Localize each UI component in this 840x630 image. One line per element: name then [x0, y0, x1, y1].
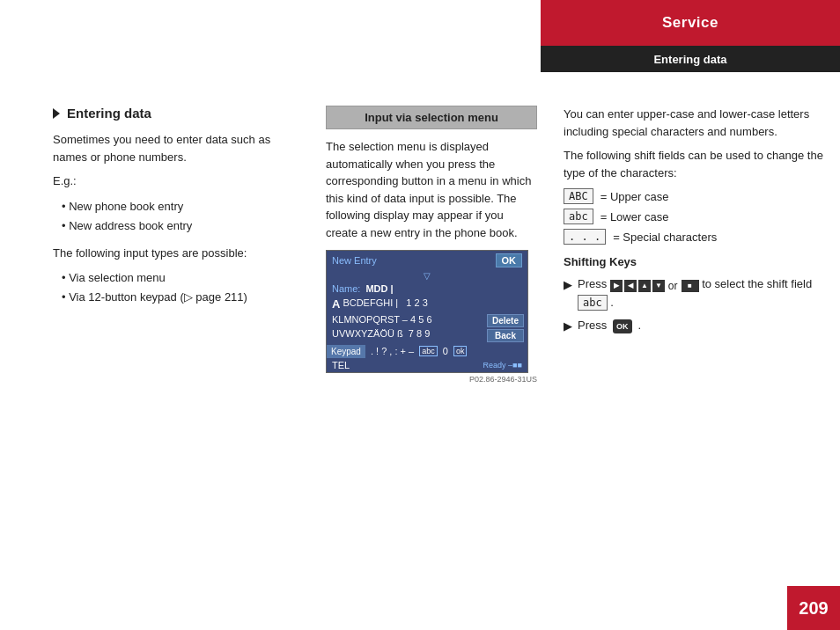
list-item: New phone book entry — [62, 197, 299, 216]
page-number-badge: 209 — [787, 586, 840, 630]
intro-text: Sometimes you need to enter data such as… — [53, 131, 299, 165]
section-title: Entering data — [53, 106, 299, 121]
special-box: . . . — [564, 229, 606, 245]
or-text: or — [668, 278, 678, 294]
keypad-row: Keypad . ! ? , : + – abc 0 ok — [327, 344, 527, 358]
input-type-list: Via selection menu Via 12-button keypad … — [53, 268, 299, 307]
keypad-section: KLMNOPQRST – 4 5 6 UVWXYZÄÖÜ ß 7 8 9 Del… — [327, 312, 527, 344]
chars-row-1: ABCDEFGHI | 1 2 3 — [327, 296, 527, 312]
nav-keys: ▶ ◀ ▲ ▼ or ■ — [610, 278, 699, 294]
press-label-1: Press — [578, 277, 607, 290]
instruction-1-mid: to select the shift field — [702, 277, 812, 290]
page-number-text: 209 — [799, 598, 828, 619]
phone-display: New Entry OK ▽ Name: MDD | ABCDEFGHI | 1… — [326, 250, 528, 373]
press-label-2: Press — [578, 319, 607, 332]
wide-key: ■ — [682, 280, 699, 292]
eg-label: E.g.: — [53, 172, 299, 190]
abc-field: abc — [419, 346, 438, 356]
tel-label: TEL — [332, 360, 350, 370]
abc-upper-label: = Upper case — [601, 190, 669, 203]
ok-button-display: OK — [496, 253, 523, 267]
right-intro-2: The following shift fields can be used t… — [564, 147, 840, 181]
ok-key-display: OK — [613, 319, 636, 332]
keypad-content-area: KLMNOPQRST – 4 5 6 UVWXYZÄÖÜ ß 7 8 9 — [327, 312, 483, 344]
service-red-bar: Service — [541, 0, 840, 46]
left-key: ◀ — [624, 280, 637, 292]
phone-caption: P02.86-2946-31US — [326, 375, 537, 384]
special-label: = Special characters — [613, 231, 717, 244]
selection-description: The selection menu is displayed automati… — [326, 138, 537, 241]
input-types-label: The following input types are possible: — [53, 245, 299, 262]
instruction-1-text: Press ▶ ◀ ▲ ▼ or ■ to select the shift f… — [578, 275, 840, 311]
phone-arrow: ▽ — [327, 270, 527, 282]
right-key: ▶ — [610, 280, 623, 292]
instruction-2-text: Press OK . — [578, 317, 641, 334]
abc-ref-box: abc — [578, 295, 608, 311]
main-content: Entering data Sometimes you need to ente… — [53, 106, 840, 577]
bold-a: A — [332, 297, 340, 311]
instruction-1-end: . — [610, 296, 614, 309]
service-banner: Service Entering data — [541, 0, 840, 92]
shift-field-lower: abc = Lower case — [564, 209, 840, 224]
keypad-label: Keypad — [327, 345, 365, 358]
left-column: Entering data Sometimes you need to ente… — [53, 106, 299, 577]
chars-row-4: . ! ? , : + – abc 0 ok — [365, 344, 527, 358]
chars-row-2: KLMNOPQRST – 4 5 6 — [327, 312, 483, 326]
right-intro-1: You can enter upper-case and lower-case … — [564, 106, 840, 140]
arrow-icon-1: ▶ — [564, 276, 572, 294]
right-column: You can enter upper-case and lower-case … — [564, 106, 840, 577]
new-entry-label: New Entry — [332, 255, 377, 266]
instruction-2-end: . — [637, 319, 641, 332]
name-value: MDD | — [365, 283, 393, 294]
abc-lower-label: = Lower case — [601, 210, 669, 223]
middle-column: Input via selection menu The selection m… — [326, 106, 537, 577]
delete-button: Delete — [487, 314, 524, 327]
keypad-buttons: Delete Back — [483, 312, 527, 344]
shift-field-special: . . . = Special characters — [564, 229, 840, 245]
service-black-bar: Entering data — [541, 46, 840, 72]
arrow-icon-2: ▶ — [564, 318, 572, 335]
instruction-1: ▶ Press ▶ ◀ ▲ ▼ or ■ to select the shift… — [564, 275, 840, 311]
list-item: New address book entry — [62, 216, 299, 236]
ok-field: ok — [453, 346, 468, 356]
up-key: ▲ — [638, 280, 651, 292]
section-label: Entering data — [653, 53, 726, 66]
ready-label: Ready –■■ — [483, 361, 522, 370]
name-label: Name: — [332, 283, 360, 294]
list-item: Via 12-button keypad (▷ page 211) — [62, 288, 299, 307]
service-label: Service — [662, 14, 718, 32]
phone-top-bar: New Entry OK — [327, 251, 527, 270]
ok-key-icon: OK — [613, 319, 632, 333]
shift-fields: ABC = Upper case abc = Lower case . . . … — [564, 188, 840, 245]
shift-field-abc: ABC = Upper case — [564, 188, 840, 204]
phone-name-row: Name: MDD | — [327, 282, 527, 296]
instruction-2: ▶ Press OK . — [564, 317, 840, 335]
back-button: Back — [487, 329, 524, 342]
abc-upper-box: ABC — [564, 188, 593, 204]
section-title-text: Entering data — [67, 106, 151, 121]
shifting-keys-title: Shifting Keys — [564, 255, 840, 268]
down-key: ▼ — [652, 280, 665, 292]
phone-bottom: TEL Ready –■■ — [327, 358, 527, 372]
abc-lower-box: abc — [564, 209, 593, 224]
bullet-list: New phone book entry New address book en… — [53, 197, 299, 236]
input-box-title: Input via selection menu — [326, 106, 537, 129]
triangle-icon — [53, 108, 60, 119]
list-item: Via selection menu — [62, 268, 299, 288]
chars-row-3: UVWXYZÄÖÜ ß 7 8 9 — [327, 326, 483, 341]
